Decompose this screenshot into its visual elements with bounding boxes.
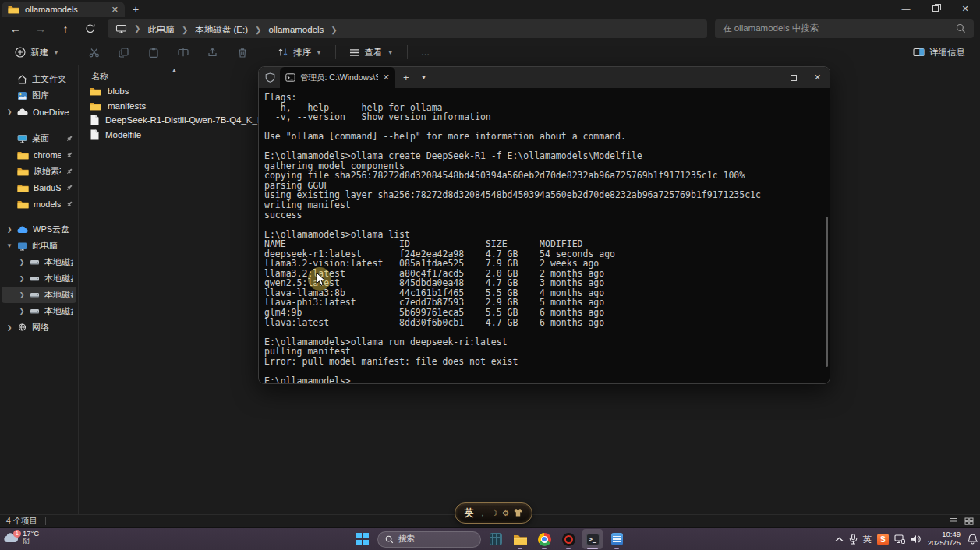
sidebar-item-此电脑[interactable]: ▼此电脑: [2, 238, 76, 254]
chevron-right-icon[interactable]: ❯: [19, 291, 25, 298]
tray-chevron-up-icon[interactable]: [835, 537, 844, 542]
forward-button[interactable]: →: [30, 19, 51, 38]
plus-circle-icon: [15, 47, 26, 58]
sidebar-item-OneDrive[interactable]: ❯OneDrive: [2, 104, 76, 120]
file-explorer-icon: [513, 534, 528, 545]
moon-icon[interactable]: ☽: [491, 509, 498, 517]
sidebar-item-主文件夹[interactable]: 主文件夹: [2, 71, 76, 87]
restore-button[interactable]: [921, 0, 950, 17]
windows-logo-icon: [356, 533, 369, 545]
sogou-ime-icon[interactable]: S: [877, 534, 889, 545]
sidebar-item-label: 此电脑: [32, 240, 73, 252]
back-button[interactable]: ←: [5, 19, 27, 38]
rename-button[interactable]: [170, 42, 196, 62]
large-icons-view-icon[interactable]: [964, 517, 974, 525]
terminal-scrollbar[interactable]: [826, 217, 828, 367]
details-pane-icon: [913, 48, 925, 57]
gear-icon[interactable]: ⚙: [502, 509, 509, 517]
new-button[interactable]: 新建 ▼: [9, 42, 65, 62]
weather-widget[interactable]: 1 17°C 阴: [3, 530, 39, 545]
explorer-tab[interactable]: ollamamodels ✕: [2, 2, 125, 17]
details-pane-button[interactable]: 详细信息: [907, 42, 971, 62]
sidebar-item-本地磁盘 (F:)[interactable]: ❯本地磁盘 (F:): [2, 303, 76, 319]
sidebar-item-桌面[interactable]: 桌面: [2, 130, 76, 146]
sidebar-item-chrome[interactable]: chrome: [2, 146, 76, 163]
notification-bell-icon[interactable]: [968, 534, 978, 545]
sidebar-item-WPS云盘[interactable]: ❯WPS云盘: [2, 221, 76, 238]
terminal-tab[interactable]: 管理员: C:\Windows\System32 ✕: [280, 67, 395, 88]
chevron-right-icon[interactable]: ❯: [182, 26, 188, 34]
tab-close-icon[interactable]: ✕: [111, 5, 119, 14]
view-button[interactable]: 查看 ▼: [344, 42, 399, 62]
terminal-minimize-button[interactable]: —: [757, 67, 781, 88]
refresh-button[interactable]: [80, 19, 101, 38]
speaker-icon[interactable]: [911, 534, 921, 544]
taskbar-app-explorer[interactable]: [510, 529, 530, 549]
punctuation-icon[interactable]: ，: [479, 509, 486, 517]
taskbar-app-terminal[interactable]: >_: [582, 529, 603, 549]
breadcrumb-item[interactable]: 本地磁盘 (E:): [195, 25, 248, 34]
up-button[interactable]: ↑: [55, 19, 76, 38]
terminal-maximize-button[interactable]: [781, 67, 805, 88]
sidebar-item-label: BaiduSyncdisk: [34, 183, 61, 192]
file-name: manifests: [108, 101, 146, 111]
chevron-right-icon[interactable]: ❯: [19, 275, 25, 282]
cut-button[interactable]: [81, 42, 108, 62]
sidebar-item-图库[interactable]: 图库: [2, 87, 76, 104]
sidebar-item-BaiduSyncdisk[interactable]: BaiduSyncdisk: [2, 179, 76, 196]
terminal-output-text: Flags: -h, --help help for ollama -v, --…: [259, 88, 830, 384]
paste-button[interactable]: [140, 42, 167, 62]
taskbar-app-chrome[interactable]: [534, 529, 554, 549]
chevron-right-icon[interactable]: ❯: [6, 108, 12, 115]
chevron-down-icon[interactable]: ▼: [6, 242, 12, 249]
notepad-icon: [611, 533, 623, 545]
terminal-content[interactable]: Flags: -h, --help help for ollama -v, --…: [259, 88, 830, 384]
microphone-icon[interactable]: [849, 534, 858, 545]
chevron-right-icon[interactable]: ❯: [331, 26, 337, 34]
terminal-new-tab-button[interactable]: +: [403, 72, 409, 83]
chevron-right-icon[interactable]: ❯: [19, 308, 25, 315]
copy-button[interactable]: [111, 42, 137, 62]
sort-icon: [278, 48, 288, 57]
sidebar-item-网络[interactable]: ❯网络: [2, 319, 76, 336]
skin-icon[interactable]: [514, 509, 522, 517]
terminal-close-button[interactable]: ✕: [805, 67, 830, 88]
tray-ime-indicator[interactable]: 英: [863, 534, 872, 545]
delete-button[interactable]: [229, 42, 256, 62]
ime-toolbar[interactable]: 英 ， ☽ ⚙: [455, 502, 532, 524]
ime-language-label[interactable]: 英: [465, 506, 474, 520]
taskbar-search-placeholder: 搜索: [398, 534, 415, 545]
network-icon[interactable]: [894, 534, 905, 544]
breadcrumb[interactable]: ❯ 此电脑❯本地磁盘 (E:)❯ollamamodels❯: [108, 19, 707, 38]
chevron-right-icon[interactable]: ❯: [6, 324, 12, 331]
sidebar-item-本地磁盘 (E:)[interactable]: ❯本地磁盘 (E:): [2, 287, 76, 303]
terminal-app-icon: >_: [586, 534, 600, 545]
taskbar-search[interactable]: 搜索: [377, 531, 481, 548]
sort-button[interactable]: 排序 ▼: [272, 42, 327, 62]
terminal-dropdown-button[interactable]: ▼: [416, 72, 432, 83]
list-view-icon[interactable]: [949, 517, 958, 525]
taskbar-app-calculator[interactable]: [486, 529, 506, 549]
this-pc-icon: [115, 24, 127, 33]
share-button[interactable]: [200, 42, 226, 62]
chevron-right-icon[interactable]: ❯: [19, 259, 25, 266]
search-input[interactable]: 在 ollamamodels 中搜索: [715, 19, 974, 38]
new-tab-button[interactable]: +: [133, 3, 139, 16]
chevron-right-icon[interactable]: ❯: [6, 226, 12, 233]
start-button[interactable]: [352, 529, 373, 549]
taskbar-clock[interactable]: 10:49 2025/1/25: [928, 531, 961, 548]
more-button[interactable]: …: [416, 42, 436, 62]
sidebar-item-本地磁盘 (D:)[interactable]: ❯本地磁盘 (D:): [2, 270, 76, 287]
chevron-right-icon[interactable]: ❯: [255, 26, 261, 34]
breadcrumb-item[interactable]: 此电脑: [147, 25, 175, 34]
close-button[interactable]: ✕: [950, 0, 980, 17]
sidebar-item-本地磁盘 (C:)[interactable]: ❯本地磁盘 (C:): [2, 254, 76, 270]
sidebar-item-models[interactable]: models: [2, 196, 76, 212]
sidebar-item-原始素材[interactable]: 原始素材: [2, 163, 76, 179]
minimize-button[interactable]: —: [891, 0, 921, 17]
taskbar-app-notepad[interactable]: [607, 529, 627, 549]
terminal-tab-close-icon[interactable]: ✕: [383, 73, 390, 82]
breadcrumb-item[interactable]: ollamamodels: [268, 25, 324, 34]
admin-shield-icon: [265, 72, 275, 83]
taskbar-app-recorder[interactable]: [558, 529, 578, 549]
